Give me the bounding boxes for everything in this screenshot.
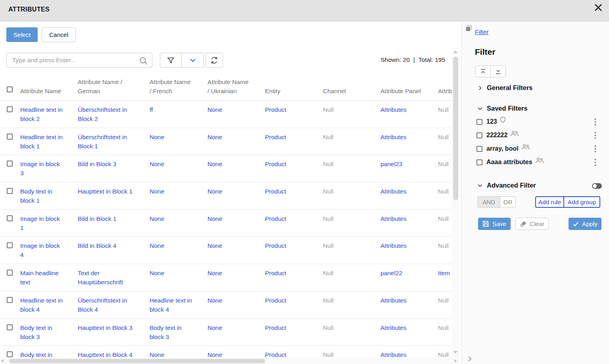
- row-checkbox[interactable]: [7, 134, 13, 140]
- add-group-button[interactable]: Add group: [564, 197, 599, 207]
- cell-attribute-name-german[interactable]: Bild in Block 4: [78, 242, 116, 249]
- cell-attribute-name-french[interactable]: None: [150, 161, 164, 167]
- save-button[interactable]: Save: [478, 218, 511, 230]
- cell-entity[interactable]: Product: [265, 106, 286, 113]
- cell-attribute-name-german[interactable]: Überschriftstext in Block 1: [78, 134, 127, 149]
- cell-attribute-name-german[interactable]: Überschriftstext in Block 2: [78, 106, 127, 122]
- horizontal-scrollbar[interactable]: [0, 358, 460, 364]
- cell-entity[interactable]: Product: [265, 297, 286, 304]
- cell-attribute-name-ukrainian[interactable]: None: [207, 242, 222, 249]
- row-checkbox[interactable]: [7, 351, 13, 357]
- cell-attribute-name[interactable]: Headline text in block 4: [20, 297, 63, 313]
- row-checkbox[interactable]: [7, 161, 13, 167]
- cell-attribute-name-german[interactable]: Haupttext in Block 4: [78, 351, 133, 358]
- panels-icon[interactable]: [466, 25, 472, 31]
- saved-filter-checkbox[interactable]: [476, 159, 482, 165]
- search-icon[interactable]: [139, 56, 148, 65]
- row-checkbox[interactable]: [7, 270, 13, 276]
- saved-filter-checkbox[interactable]: [476, 146, 482, 152]
- filter-breadcrumb-link[interactable]: Filter: [475, 29, 488, 36]
- cell-attribute-name-german[interactable]: Bild in Block 3: [78, 161, 116, 167]
- cell-attribute-name-ukrainian[interactable]: None: [207, 270, 222, 276]
- expand-all-button[interactable]: [491, 66, 506, 77]
- cell-attribute-name[interactable]: Image in block 3: [20, 161, 60, 176]
- search-input[interactable]: [7, 53, 152, 67]
- scroll-down-arrow[interactable]: [453, 351, 457, 354]
- cell-attribute-name[interactable]: Main headline text: [20, 270, 59, 285]
- cell-entity[interactable]: Product: [265, 270, 286, 276]
- apply-button[interactable]: Apply: [569, 218, 601, 230]
- filter-dropdown-button[interactable]: [182, 53, 204, 67]
- cell-attribute-panel[interactable]: panel22: [380, 270, 402, 276]
- cell-attribute-name-german[interactable]: Haupttext in Block 3: [78, 324, 133, 331]
- cancel-button[interactable]: Cancel: [42, 27, 76, 42]
- select-button[interactable]: Select: [6, 27, 38, 42]
- row-checkbox[interactable]: [7, 106, 13, 112]
- kebab-menu-icon[interactable]: [594, 132, 596, 139]
- select-all-checkbox[interactable]: [7, 86, 13, 92]
- cell-attribute-panel[interactable]: Attributes: [380, 297, 406, 304]
- cell-entity[interactable]: Product: [265, 134, 286, 140]
- cell-attribute-name-french[interactable]: None: [150, 351, 164, 358]
- cell-attribute-name-ukrainian[interactable]: None: [207, 106, 222, 113]
- row-checkbox[interactable]: [7, 324, 13, 330]
- saved-filter-checkbox[interactable]: [476, 119, 482, 125]
- cell-attribute-name-ukrainian[interactable]: None: [207, 188, 222, 195]
- row-checkbox[interactable]: [7, 188, 13, 194]
- cell-attribute-name[interactable]: Image in block 1: [20, 215, 60, 231]
- vertical-scrollbar[interactable]: [452, 48, 460, 358]
- cell-attribute-name-ukrainian[interactable]: None: [207, 351, 222, 358]
- cell-attribute-name[interactable]: Body text in block 3: [20, 324, 52, 340]
- cell-attribute-panel[interactable]: Attributes: [380, 106, 406, 113]
- cell-attribute-panel[interactable]: Attributes: [380, 188, 406, 195]
- collapse-all-button[interactable]: [476, 66, 491, 77]
- saved-filter-item[interactable]: array, bool: [476, 144, 597, 153]
- cell-attribute-name-french[interactable]: None: [150, 270, 164, 276]
- refresh-button[interactable]: [206, 53, 223, 68]
- cell-attribute-name-french[interactable]: Headline text in block 4: [150, 297, 192, 313]
- cell-entity[interactable]: Product: [265, 324, 286, 331]
- column-header-attribute-group[interactable]: Attrib: [438, 86, 452, 96]
- cell-entity[interactable]: Product: [265, 351, 286, 358]
- cell-attribute-name[interactable]: Image in block 4: [20, 242, 60, 258]
- cell-entity[interactable]: Product: [265, 215, 286, 222]
- cell-attribute-panel[interactable]: Attributes: [380, 215, 406, 222]
- cell-entity[interactable]: Product: [265, 188, 286, 195]
- kebab-menu-icon[interactable]: [594, 159, 596, 166]
- cell-attribute-name[interactable]: Body text in block 1: [20, 188, 52, 204]
- cell-attribute-name-german[interactable]: Haupttext in Block 1: [78, 188, 133, 195]
- filter-funnel-button[interactable]: [160, 53, 182, 67]
- saved-filters-section[interactable]: Saved Filters: [477, 105, 528, 112]
- cell-attribute-name-ukrainian[interactable]: None: [207, 324, 222, 331]
- cell-attribute-name-german[interactable]: Bild in Block 1: [78, 215, 116, 222]
- column-header-attribute-name[interactable]: Attribute Name: [20, 86, 78, 96]
- cell-attribute-panel[interactable]: Attributes: [380, 134, 406, 140]
- cell-attribute-name-ukrainian[interactable]: None: [207, 215, 222, 222]
- cell-attribute-name-german[interactable]: Text der Hauptüberschrift: [78, 270, 123, 285]
- advanced-filter-toggle[interactable]: [592, 183, 602, 189]
- clear-button[interactable]: Clear: [515, 218, 549, 230]
- saved-filter-item[interactable]: 222222: [476, 130, 597, 140]
- advanced-filter-section[interactable]: Advanced Filter: [477, 182, 536, 189]
- cell-attribute-name[interactable]: Headline text in block 2: [20, 106, 63, 122]
- cell-attribute-name-french[interactable]: None: [150, 215, 164, 222]
- scroll-left-arrow[interactable]: [1, 359, 4, 362]
- row-checkbox[interactable]: [7, 215, 13, 221]
- cell-entity[interactable]: Product: [265, 161, 286, 167]
- row-checkbox[interactable]: [7, 242, 13, 248]
- saved-filter-item[interactable]: 123: [476, 117, 597, 126]
- cell-attribute-name-ukrainian[interactable]: None: [207, 297, 222, 304]
- saved-filter-item[interactable]: Aaaa attributes: [476, 157, 597, 167]
- cell-attribute-name-french[interactable]: None: [150, 134, 164, 140]
- cell-attribute-name-ukrainian[interactable]: None: [207, 161, 222, 167]
- cell-attribute-name[interactable]: Headline text in block 1: [20, 134, 63, 149]
- row-checkbox[interactable]: [7, 297, 13, 303]
- add-rule-button[interactable]: Add rule: [536, 197, 564, 207]
- cell-attribute-name-german[interactable]: Überschriftstext in Block 4: [78, 297, 127, 313]
- sidebar-collapse-chevron-icon[interactable]: [467, 356, 473, 362]
- column-header-entity[interactable]: Entity: [265, 86, 323, 96]
- cell-attribute-name-french[interactable]: ff: [150, 106, 153, 113]
- or-button[interactable]: OR: [500, 197, 515, 207]
- vertical-scroll-thumb[interactable]: [453, 57, 458, 200]
- cell-attribute-panel[interactable]: panel23: [380, 161, 402, 167]
